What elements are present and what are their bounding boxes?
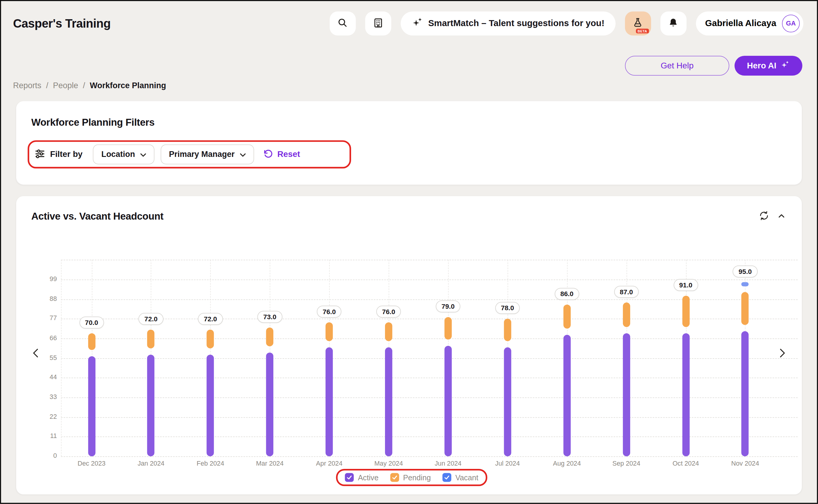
bar-pending: [563, 305, 570, 329]
sparkle-icon: [411, 17, 423, 31]
breadcrumb-separator: /: [46, 81, 48, 90]
chevron-down-icon: [140, 150, 146, 159]
chevron-down-icon: [240, 150, 245, 159]
flask-icon: [632, 17, 643, 30]
bar-active: [741, 331, 749, 456]
total-label: 76.0: [317, 306, 341, 318]
app-title: Casper's Training: [13, 17, 110, 31]
sliders-icon: [35, 148, 46, 161]
workforce-planning-page: Casper's Training: [0, 0, 818, 504]
checkbox-vacant[interactable]: [442, 473, 451, 482]
y-axis-label: 55: [35, 354, 57, 361]
chart-scroll-right-button[interactable]: [776, 346, 787, 361]
avatar: GA: [782, 15, 800, 32]
total-label: 91.0: [673, 279, 698, 291]
x-axis-label: Oct 2024: [672, 460, 699, 467]
chart-card: Active vs. Vacant Headcount: [16, 196, 802, 494]
bell-icon: [668, 17, 679, 30]
reset-button[interactable]: Reset: [263, 149, 300, 161]
x-axis-label: Apr 2024: [316, 460, 342, 467]
location-dropdown[interactable]: Location: [93, 145, 154, 164]
gridline-h: [61, 260, 798, 260]
chevron-right-icon: [776, 354, 787, 361]
bar-pending: [682, 295, 689, 327]
bar-pending: [88, 333, 95, 350]
gridline-h: [61, 456, 798, 457]
search-icon: [337, 17, 348, 30]
x-axis-label: Nov 2024: [731, 460, 759, 467]
hero-ai-label: Hero AI: [747, 61, 776, 70]
total-label: 86.0: [555, 288, 579, 300]
filters-card: Workforce Planning Filters Filter by Loc…: [16, 101, 802, 185]
breadcrumb-people[interactable]: People: [53, 81, 78, 90]
bar-pending: [326, 322, 333, 341]
y-axis-label: 66: [35, 334, 57, 341]
primary-manager-dropdown[interactable]: Primary Manager: [161, 145, 254, 164]
search-button[interactable]: [329, 11, 356, 35]
y-axis-label: 33: [35, 393, 57, 401]
y-axis-label: 99: [35, 275, 57, 283]
labs-beta-button[interactable]: BETA: [625, 11, 651, 35]
total-label: 79.0: [436, 300, 460, 312]
smartmatch-button[interactable]: SmartMatch – Talent suggestions for you!: [401, 11, 615, 35]
legend-label: Vacant: [455, 473, 478, 482]
notifications-button[interactable]: [660, 11, 686, 35]
y-axis-label: 77: [35, 315, 57, 322]
x-axis-label: Jun 2024: [435, 460, 461, 467]
user-name: Gabriella Alicaya: [705, 18, 776, 29]
breadcrumb-current: Workforce Planning: [90, 81, 166, 90]
total-label: 72.0: [139, 313, 163, 325]
reset-label: Reset: [277, 150, 300, 159]
y-axis-label: 11: [35, 433, 57, 440]
bar-active: [385, 347, 392, 456]
bar-active: [88, 356, 95, 457]
y-axis-label: 44: [35, 373, 57, 381]
help-actions-row: Get Help Hero AI: [0, 56, 818, 76]
bar-active: [207, 355, 214, 456]
smartmatch-label: SmartMatch – Talent suggestions for you!: [428, 18, 604, 29]
breadcrumb-reports[interactable]: Reports: [13, 81, 41, 90]
checkbox-active[interactable]: [345, 473, 354, 482]
filters-title: Workforce Planning Filters: [16, 101, 802, 128]
total-label: 95.0: [733, 265, 757, 277]
checkbox-pending[interactable]: [390, 473, 399, 482]
bar-active: [266, 353, 273, 456]
x-axis-label: Aug 2024: [553, 460, 581, 467]
top-bar-actions: SmartMatch – Talent suggestions for you!…: [329, 11, 803, 35]
x-axis-label: May 2024: [374, 460, 403, 467]
bar-pending: [207, 329, 214, 348]
chart-legend: ActivePendingVacant: [345, 473, 478, 482]
primary-manager-dropdown-label: Primary Manager: [169, 150, 235, 159]
x-axis-label: Feb 2024: [197, 460, 224, 467]
bar-active: [504, 347, 511, 456]
bar-pending: [444, 317, 452, 339]
sparkles-icon: [780, 60, 790, 71]
x-axis-label: Mar 2024: [256, 460, 284, 467]
legend-item-pending[interactable]: Pending: [390, 473, 431, 482]
x-axis-label: Jul 2024: [495, 460, 520, 467]
bar-active: [623, 333, 630, 456]
top-bar: Casper's Training: [0, 0, 818, 35]
x-axis-label: Dec 2023: [78, 460, 106, 467]
bar-pending: [623, 303, 630, 327]
hero-ai-button[interactable]: Hero AI: [735, 56, 802, 76]
company-directory-button[interactable]: [365, 11, 391, 35]
legend-label: Pending: [403, 473, 431, 482]
legend-label: Active: [358, 473, 379, 482]
bar-active: [326, 347, 333, 456]
get-help-button[interactable]: Get Help: [625, 56, 729, 76]
annotation-legend: ActivePendingVacant: [336, 469, 487, 486]
bar-active: [682, 333, 689, 456]
legend-item-vacant[interactable]: Vacant: [442, 473, 478, 482]
y-axis-label: 88: [35, 295, 57, 302]
total-label: 78.0: [495, 302, 520, 314]
bar-active: [147, 355, 155, 456]
location-dropdown-label: Location: [101, 150, 135, 159]
filter-row: Filter by Location Primary Manager: [35, 145, 350, 164]
x-axis-label: Sep 2024: [612, 460, 640, 467]
user-menu[interactable]: Gabriella Alicaya GA: [696, 11, 803, 35]
y-axis-label: 0: [35, 452, 57, 459]
beta-badge: BETA: [636, 29, 649, 34]
legend-item-active[interactable]: Active: [345, 473, 378, 482]
filter-by-label: Filter by: [50, 150, 83, 159]
